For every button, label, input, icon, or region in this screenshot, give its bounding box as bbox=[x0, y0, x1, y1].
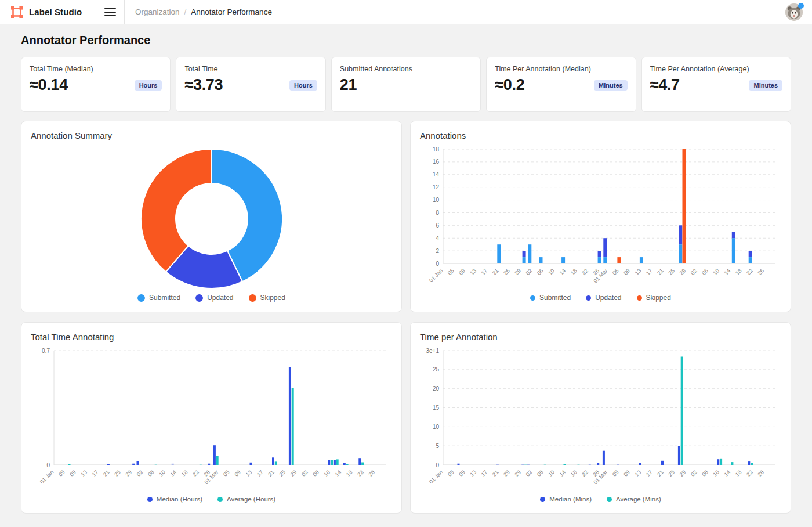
bar-average bbox=[681, 357, 683, 465]
bar-submitted bbox=[598, 257, 601, 264]
x-axis-tick-label: 02 bbox=[689, 469, 698, 478]
y-axis-tick-label: 8 bbox=[436, 210, 439, 216]
legend-item-submitted[interactable]: Submitted bbox=[137, 294, 180, 302]
legend-item-skipped[interactable]: Skipped bbox=[637, 294, 671, 302]
x-axis-tick-label: 01 Jan bbox=[427, 268, 444, 284]
legend-item-updated[interactable]: Updated bbox=[586, 294, 621, 302]
topbar-brand-section: Label Studio bbox=[0, 0, 125, 24]
legend-item-updated[interactable]: Updated bbox=[195, 294, 233, 302]
x-axis-tick-label: 17 bbox=[480, 469, 488, 478]
x-axis-tick-label: 22 bbox=[581, 268, 589, 276]
bar-average bbox=[361, 463, 364, 465]
stat-value: 21 bbox=[340, 76, 357, 94]
legend-item-median-mins[interactable]: Median (Mins) bbox=[540, 496, 592, 503]
x-axis-tick-label: 09 bbox=[458, 469, 466, 478]
time-per-annotation-bar-chart: 05101520253e+101 Jan05091317212529020610… bbox=[420, 345, 782, 493]
x-axis-tick-label: 18 bbox=[569, 469, 578, 478]
bar-median bbox=[617, 464, 619, 465]
y-axis-tick-label: 5 bbox=[436, 443, 439, 449]
topbar-user-section bbox=[785, 0, 812, 24]
x-axis-tick-label: 02 bbox=[524, 268, 533, 276]
x-axis-tick-label: 13 bbox=[633, 268, 642, 276]
bar-updated bbox=[749, 251, 752, 257]
bar-median bbox=[250, 463, 252, 465]
legend-dot-icon bbox=[607, 497, 612, 502]
bar-average bbox=[346, 464, 349, 465]
x-axis-tick-label: 13 bbox=[79, 469, 88, 478]
unit-badge: Hours bbox=[289, 80, 317, 91]
x-axis-tick-label: 13 bbox=[469, 469, 477, 478]
y-axis-tick-label: 16 bbox=[433, 158, 440, 165]
bar-median bbox=[639, 463, 641, 465]
y-axis-tick-label: 4 bbox=[436, 235, 439, 241]
stat-card-time-per-annotation-average: Time Per Annotation (Average) ≈4.7 Minut… bbox=[641, 57, 791, 112]
y-axis-tick-label: 2 bbox=[436, 248, 439, 254]
x-axis-tick-label: 10 bbox=[712, 469, 720, 478]
user-avatar[interactable] bbox=[785, 3, 803, 21]
x-axis-tick-label: 29 bbox=[124, 469, 133, 478]
stat-card-time-per-annotation-median: Time Per Annotation (Median) ≈0.2 Minute… bbox=[486, 57, 636, 112]
app-root: Label Studio Organization / Annotator Pe… bbox=[0, 0, 812, 527]
total-time-annotating-bar-chart: 00.701 Jan050913172125290206101418222601… bbox=[31, 345, 393, 493]
bar-median bbox=[603, 451, 605, 465]
x-axis-tick-label: 13 bbox=[244, 469, 253, 478]
bar-updated bbox=[603, 238, 607, 257]
legend-item-average-mins[interactable]: Average (Mins) bbox=[607, 496, 661, 503]
bar-average bbox=[331, 460, 333, 465]
legend-dot-icon bbox=[586, 295, 591, 301]
x-axis-tick-label: 25 bbox=[113, 469, 122, 478]
page-title: Annotator Performance bbox=[21, 34, 791, 50]
bar-submitted bbox=[640, 257, 643, 264]
legend-item-submitted[interactable]: Submitted bbox=[530, 294, 571, 302]
charts-grid: Annotation Summary SubmittedUpdatedSkipp… bbox=[21, 121, 791, 514]
breadcrumb-organization-link[interactable]: Organization bbox=[135, 8, 180, 16]
bar-skipped bbox=[683, 149, 686, 264]
x-axis-tick-label: 17 bbox=[644, 268, 653, 276]
x-axis-tick-label: 05 bbox=[222, 469, 231, 478]
bar-average bbox=[564, 464, 566, 465]
legend-item-skipped[interactable]: Skipped bbox=[249, 294, 285, 302]
x-axis-tick-label: 02 bbox=[300, 469, 309, 478]
bar-updated bbox=[679, 225, 682, 244]
x-axis-tick-label: 05 bbox=[611, 268, 620, 276]
bar-median bbox=[748, 461, 750, 465]
y-axis-tick-label: 3e+1 bbox=[426, 348, 439, 354]
label-studio-logo-icon[interactable] bbox=[10, 6, 23, 19]
y-axis-tick-label: 6 bbox=[436, 222, 439, 229]
x-axis-tick-label: 06 bbox=[311, 469, 320, 478]
x-axis-tick-label: 26 bbox=[367, 469, 376, 478]
x-axis-tick-label: 10 bbox=[158, 469, 166, 478]
x-axis-tick-label: 06 bbox=[701, 469, 709, 478]
x-axis-tick-label: 09 bbox=[458, 268, 466, 276]
x-axis-tick-label: 21 bbox=[267, 469, 276, 478]
x-axis-tick-label: 29 bbox=[678, 268, 687, 276]
bar-median bbox=[358, 458, 361, 465]
bar-submitted bbox=[749, 257, 752, 264]
bar-median bbox=[521, 464, 524, 465]
online-status-dot-icon bbox=[798, 3, 804, 9]
bar-median bbox=[678, 446, 680, 465]
x-axis-tick-label: 14 bbox=[558, 469, 567, 478]
legend-item-average-hours[interactable]: Average (Hours) bbox=[217, 496, 276, 503]
bar-updated bbox=[598, 251, 601, 257]
legend-label: Submitted bbox=[149, 294, 180, 302]
hamburger-menu-icon[interactable] bbox=[104, 8, 116, 16]
chart-title: Total Time Annotating bbox=[31, 332, 392, 345]
y-axis-tick-label: 0 bbox=[436, 462, 439, 468]
x-axis-tick-label: 18 bbox=[180, 469, 188, 478]
total-time-annotating-card: Total Time Annotating 00.701 Jan05091317… bbox=[21, 322, 402, 514]
bar-median bbox=[334, 460, 336, 465]
legend-label: Skipped bbox=[646, 294, 671, 302]
x-axis-tick-label: 22 bbox=[745, 469, 754, 478]
x-axis-tick-label: 21 bbox=[491, 469, 499, 478]
unit-badge: Minutes bbox=[749, 80, 782, 91]
stats-row: Total Time (Median) ≈0.14 Hours Total Ti… bbox=[21, 57, 791, 112]
legend-item-median-hours[interactable]: Median (Hours) bbox=[147, 496, 202, 503]
bar-average bbox=[200, 464, 202, 465]
x-axis-tick-label: 17 bbox=[90, 469, 99, 478]
x-axis-tick-label: 25 bbox=[502, 469, 511, 478]
y-axis-tick-label: 0 bbox=[46, 462, 50, 468]
y-axis-tick-label: 15 bbox=[433, 405, 440, 411]
x-axis-tick-label: 06 bbox=[147, 469, 155, 478]
x-axis-tick-label: 22 bbox=[356, 469, 365, 478]
